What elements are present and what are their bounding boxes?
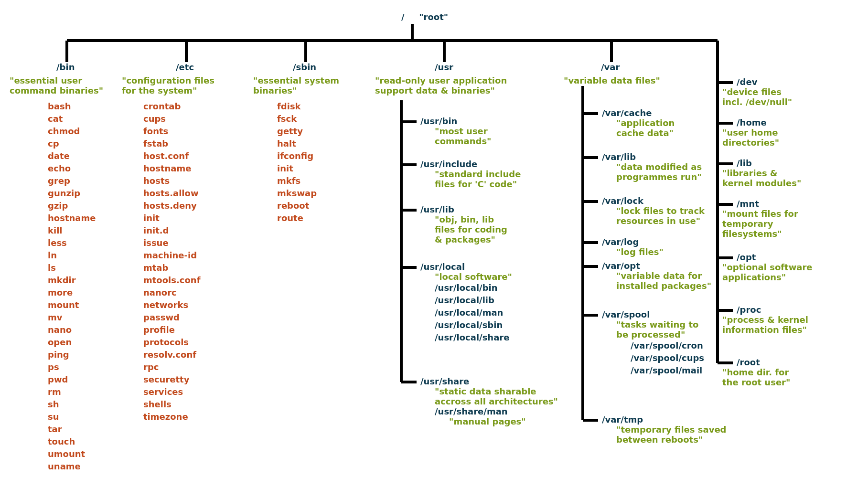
var-opt-node: /var/opt "variable data for installed pa… bbox=[602, 261, 711, 291]
command-item: pwd bbox=[48, 373, 96, 386]
proc-node: /proc "process & kernel information file… bbox=[737, 305, 808, 335]
dev-desc: "device files incl. /dev/null" bbox=[722, 87, 792, 107]
child-dir: /usr/local/man bbox=[435, 307, 512, 319]
bin-command-list: bashcatchmodcpdateechogrepgunzipgziphost… bbox=[48, 100, 96, 473]
var-lock-path: /var/lock bbox=[602, 196, 705, 206]
mnt-desc: "mount files for temporary filesystems" bbox=[722, 209, 798, 239]
command-item: tar bbox=[48, 423, 96, 436]
command-item: machine-id bbox=[143, 249, 201, 262]
command-item: hostname bbox=[48, 212, 96, 224]
command-item: hosts bbox=[143, 175, 201, 187]
command-item: hosts.allow bbox=[143, 187, 201, 200]
usr-share-path: /usr/share bbox=[420, 376, 558, 386]
etc-header: /etc bbox=[176, 62, 194, 72]
command-item: reboot bbox=[277, 200, 317, 212]
child-dir: /usr/local/sbin bbox=[435, 319, 512, 331]
command-item: cups bbox=[143, 113, 201, 125]
command-item: nano bbox=[48, 324, 96, 336]
command-item: mkswap bbox=[277, 187, 317, 200]
command-item: umount bbox=[48, 448, 96, 460]
usr-path: /usr bbox=[435, 62, 453, 72]
command-item: more bbox=[48, 287, 96, 299]
etc-path: /etc bbox=[176, 62, 194, 72]
command-item: profile bbox=[143, 324, 201, 336]
usr-bin-path: /usr/bin bbox=[420, 116, 492, 126]
var-log-desc: "log files" bbox=[616, 247, 664, 257]
command-item: touch bbox=[48, 436, 96, 448]
command-item: less bbox=[48, 237, 96, 249]
command-item: ping bbox=[48, 349, 96, 361]
command-item: chmod bbox=[48, 125, 96, 138]
root-node: / "root" bbox=[401, 12, 448, 22]
usr-include-node: /usr/include "standard include files for… bbox=[420, 159, 521, 189]
command-item: mtab bbox=[143, 262, 201, 274]
command-item: init bbox=[143, 212, 201, 224]
command-item: ps bbox=[48, 361, 96, 373]
command-item: uname bbox=[48, 460, 96, 473]
command-item: halt bbox=[277, 138, 317, 150]
command-item: kill bbox=[48, 224, 96, 237]
child-dir: /var/spool/cups bbox=[631, 352, 704, 364]
usr-share-desc: "static data sharable accross all archit… bbox=[435, 386, 558, 406]
command-item: fsck bbox=[277, 113, 317, 125]
command-item: ifconfig bbox=[277, 150, 317, 162]
command-item: ln bbox=[48, 249, 96, 262]
lib-desc: "libraries & kernel modules" bbox=[722, 168, 801, 188]
command-item: gunzip bbox=[48, 187, 96, 200]
usr-lib-path: /usr/lib bbox=[420, 204, 507, 214]
command-item: host.conf bbox=[143, 150, 201, 162]
command-item: open bbox=[48, 336, 96, 349]
command-item: fstab bbox=[143, 138, 201, 150]
rootdir-desc: "home dir. for the root user" bbox=[722, 367, 790, 387]
mnt-path: /mnt bbox=[737, 199, 798, 209]
child-dir: /usr/local/bin bbox=[435, 282, 512, 294]
var-path: /var bbox=[601, 62, 620, 72]
child-dir: /var/spool/cron bbox=[631, 340, 704, 352]
command-item: mtools.conf bbox=[143, 274, 201, 287]
usr-header: /usr bbox=[435, 62, 453, 72]
var-lib-desc: "data modified as programmes run" bbox=[616, 162, 702, 182]
rootdir-node: /root "home dir. for the root user" bbox=[737, 357, 790, 387]
usr-local-children: /usr/local/bin/usr/local/lib/usr/local/m… bbox=[435, 282, 512, 344]
root-label: "root" bbox=[419, 12, 448, 22]
opt-path: /opt bbox=[737, 252, 813, 262]
var-lock-desc: "lock files to track resources in use" bbox=[616, 206, 705, 226]
command-item: fdisk bbox=[277, 100, 317, 113]
command-item: cp bbox=[48, 138, 96, 150]
var-log-path: /var/log bbox=[602, 237, 664, 247]
var-lib-node: /var/lib "data modified as programmes ru… bbox=[602, 152, 702, 182]
child-dir: /usr/local/share bbox=[435, 331, 512, 344]
command-item: services bbox=[143, 386, 201, 398]
command-item: echo bbox=[48, 162, 96, 175]
command-item: passwd bbox=[143, 311, 201, 324]
lib-path: /lib bbox=[737, 158, 801, 168]
etc-desc: "configuration files for the system" bbox=[122, 75, 214, 96]
usr-include-desc: "standard include files for 'C' code" bbox=[435, 169, 521, 189]
var-spool-node: /var/spool "tasks waiting to be processe… bbox=[602, 309, 704, 377]
usr-bin-desc: "most user commands" bbox=[435, 126, 492, 146]
sbin-header: /sbin bbox=[293, 62, 316, 72]
usr-lib-desc: "obj, bin, lib files for coding & packag… bbox=[435, 214, 507, 244]
var-header: /var bbox=[601, 62, 620, 72]
var-spool-desc: "tasks waiting to be processed" bbox=[616, 319, 704, 340]
bin-desc: "essential user command binaries" bbox=[10, 75, 103, 96]
proc-path: /proc bbox=[737, 305, 808, 315]
command-item: route bbox=[277, 212, 317, 224]
bin-path: /bin bbox=[56, 62, 75, 72]
command-item: securetty bbox=[143, 373, 201, 386]
command-item: networks bbox=[143, 299, 201, 311]
usr-share-man-desc: "manual pages" bbox=[449, 416, 558, 426]
var-lock-node: /var/lock "lock files to track resources… bbox=[602, 196, 705, 226]
lib-node: /lib "libraries & kernel modules" bbox=[737, 158, 801, 188]
usr-local-node: /usr/local "local software" /usr/local/b… bbox=[420, 262, 512, 344]
var-cache-path: /var/cache bbox=[602, 108, 675, 118]
mnt-node: /mnt "mount files for temporary filesyst… bbox=[737, 199, 798, 239]
usr-local-desc: "local software" bbox=[435, 272, 512, 282]
command-item: getty bbox=[277, 125, 317, 138]
usr-share-node: /usr/share "static data sharable accross… bbox=[420, 376, 558, 426]
command-item: crontab bbox=[143, 100, 201, 113]
var-tmp-node: /var/tmp "temporary files saved between … bbox=[602, 414, 726, 445]
command-item: cat bbox=[48, 113, 96, 125]
var-cache-node: /var/cache "application cache data" bbox=[602, 108, 675, 138]
command-item: mkdir bbox=[48, 274, 96, 287]
